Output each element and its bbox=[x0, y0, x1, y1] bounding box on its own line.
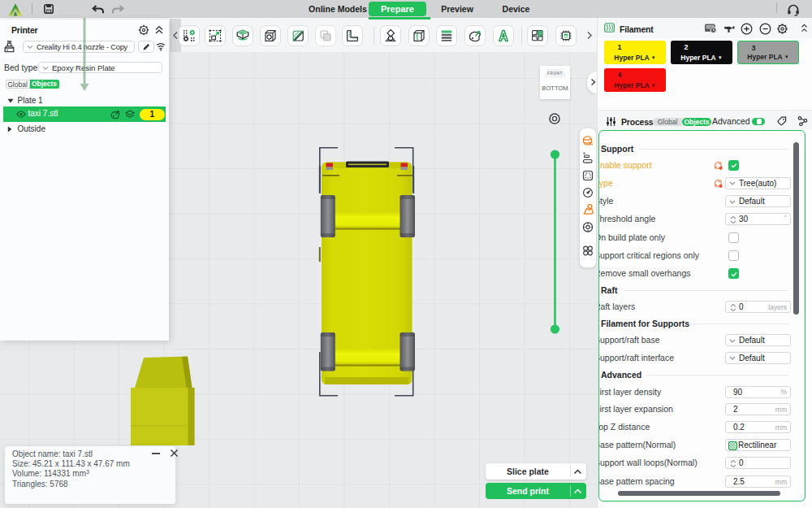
svg-text:AI: AI bbox=[564, 34, 568, 38]
svg-text:BOTTOM: BOTTOM bbox=[542, 85, 568, 92]
svg-text:FRONT: FRONT bbox=[547, 72, 563, 76]
